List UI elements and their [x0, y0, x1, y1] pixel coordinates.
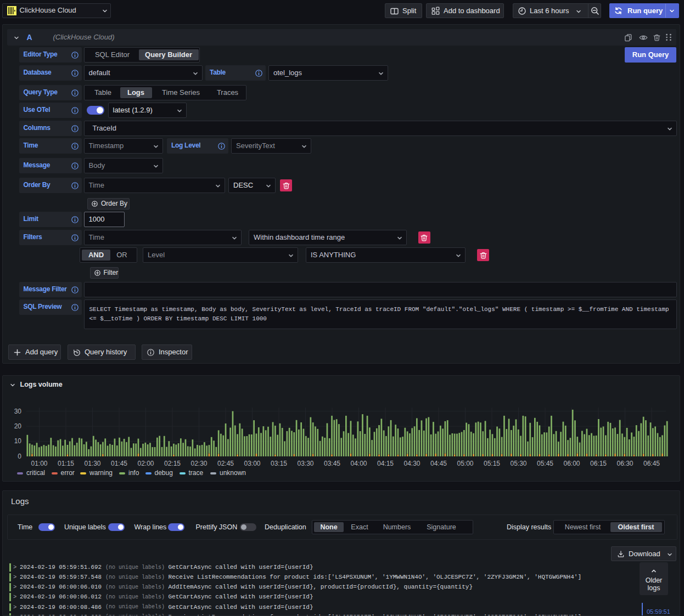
- svg-text:03:15: 03:15: [270, 459, 287, 467]
- svg-text:02:30: 02:30: [190, 459, 207, 467]
- svg-text:06:00: 06:00: [563, 459, 580, 467]
- svg-text:03:45: 03:45: [323, 459, 340, 467]
- svg-text:04:15: 04:15: [377, 459, 393, 467]
- svg-text:04:30: 04:30: [403, 459, 420, 467]
- svg-text:03:30: 03:30: [297, 459, 313, 467]
- svg-text:02:15: 02:15: [164, 459, 180, 467]
- svg-text:05:00: 05:00: [457, 459, 473, 467]
- svg-text:04:45: 04:45: [430, 459, 446, 467]
- svg-text:0: 0: [18, 452, 21, 460]
- svg-text:10: 10: [14, 437, 21, 445]
- svg-text:01:45: 01:45: [110, 459, 127, 467]
- svg-text:20: 20: [14, 422, 21, 429]
- svg-text:06:30: 06:30: [616, 459, 633, 467]
- svg-text:06:45: 06:45: [643, 459, 659, 467]
- svg-text:02:00: 02:00: [137, 459, 154, 467]
- svg-text:05:45: 05:45: [536, 459, 553, 467]
- svg-text:06:15: 06:15: [590, 459, 606, 467]
- svg-text:01:30: 01:30: [84, 459, 100, 467]
- svg-text:01:15: 01:15: [57, 459, 74, 467]
- svg-text:05:15: 05:15: [483, 459, 500, 467]
- svg-text:03:00: 03:00: [244, 459, 260, 467]
- svg-text:30: 30: [14, 407, 21, 415]
- svg-text:02:45: 02:45: [217, 459, 233, 467]
- svg-text:01:00: 01:00: [31, 459, 47, 467]
- svg-text:04:00: 04:00: [350, 459, 367, 467]
- svg-text:05:30: 05:30: [510, 459, 526, 467]
